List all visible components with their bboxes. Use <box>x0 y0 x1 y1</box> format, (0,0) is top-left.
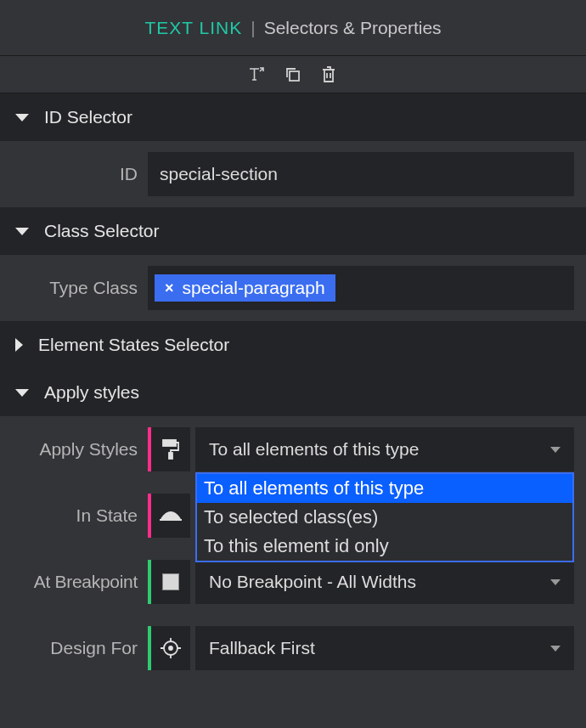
collapse-arrow-icon <box>15 389 29 397</box>
design-for-row: Design For Fallback First <box>0 615 586 681</box>
apply-styles-dropdown: To all elements of this type To selected… <box>195 472 574 562</box>
chevron-down-icon <box>550 447 561 453</box>
type-class-input[interactable]: × special-paragraph <box>148 266 574 310</box>
at-breakpoint-select[interactable]: No Breakpoint - All Widths <box>195 560 574 604</box>
target-icon[interactable] <box>148 626 190 670</box>
section-element-states[interactable]: Element States Selector <box>0 321 586 369</box>
panel-title: Selectors & Properties <box>264 18 442 38</box>
id-input[interactable]: special-section <box>148 152 574 196</box>
panel-header: TEXT LINK | Selectors & Properties <box>0 0 586 56</box>
section-title: Apply styles <box>44 382 139 403</box>
apply-styles-row: Apply Styles To all elements of this typ… <box>0 416 586 483</box>
collapse-arrow-icon <box>15 228 29 235</box>
toolbar <box>0 56 586 93</box>
id-label: ID <box>12 164 148 184</box>
section-title: Class Selector <box>44 221 159 241</box>
section-id-selector[interactable]: ID Selector <box>0 93 586 141</box>
design-for-value: Fallback First <box>209 638 315 658</box>
section-title: ID Selector <box>44 107 132 127</box>
text-edit-icon[interactable] <box>248 65 267 84</box>
design-for-select[interactable]: Fallback First <box>195 626 574 670</box>
remove-class-icon[interactable]: × <box>165 279 174 297</box>
section-class-selector[interactable]: Class Selector <box>0 207 586 255</box>
section-title: Element States Selector <box>38 335 229 355</box>
duplicate-icon[interactable] <box>284 65 302 84</box>
design-for-label: Design For <box>12 638 148 658</box>
apply-styles-select[interactable]: To all elements of this type <box>195 427 574 471</box>
id-value: special-section <box>160 164 278 184</box>
dropdown-option[interactable]: To this element id only <box>197 532 572 561</box>
at-breakpoint-label: At Breakpoint <box>12 572 148 592</box>
svg-rect-0 <box>290 71 299 81</box>
chevron-down-icon <box>550 579 561 585</box>
dropdown-option[interactable]: To selected class(es) <box>197 503 572 532</box>
type-class-label: Type Class <box>12 278 148 298</box>
svg-rect-1 <box>163 440 176 446</box>
class-tag-label: special-paragraph <box>183 278 325 298</box>
paint-roller-icon[interactable] <box>148 427 190 471</box>
expand-arrow-icon <box>15 338 23 352</box>
svg-rect-2 <box>169 453 172 459</box>
chevron-down-icon <box>550 646 561 652</box>
svg-rect-3 <box>160 519 182 521</box>
at-breakpoint-value: No Breakpoint - All Widths <box>209 572 416 592</box>
in-state-label: In State <box>12 505 148 526</box>
header-divider: | <box>251 18 255 38</box>
trash-icon[interactable] <box>319 65 338 84</box>
type-class-row: Type Class × special-paragraph <box>0 255 586 321</box>
class-tag[interactable]: × special-paragraph <box>155 274 335 302</box>
component-name: TEXT LINK <box>144 18 242 38</box>
svg-point-5 <box>169 646 172 650</box>
collapse-arrow-icon <box>15 114 29 121</box>
id-row: ID special-section <box>0 141 586 207</box>
breakpoint-icon[interactable] <box>148 560 190 604</box>
section-apply-styles[interactable]: Apply styles <box>0 369 586 416</box>
state-icon[interactable] <box>148 494 190 538</box>
dropdown-option[interactable]: To all elements of this type <box>197 474 572 503</box>
apply-styles-value: To all elements of this type <box>209 439 419 460</box>
apply-styles-label: Apply Styles <box>12 439 148 460</box>
